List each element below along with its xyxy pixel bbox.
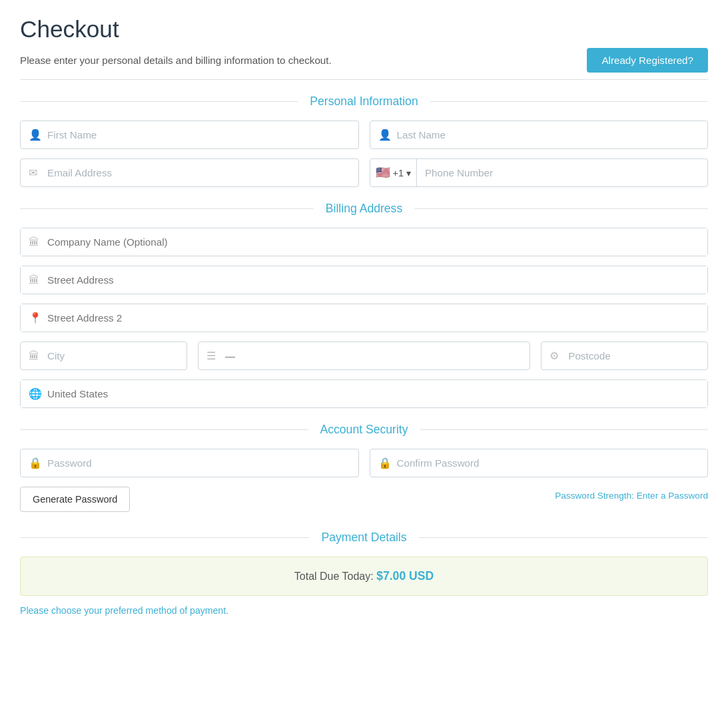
billing-address-heading: Billing Address bbox=[314, 202, 414, 216]
password-field-wrap: 🔒 bbox=[20, 449, 359, 477]
first-name-input[interactable] bbox=[21, 121, 358, 148]
billing-address-divider: Billing Address bbox=[20, 202, 708, 216]
password-input[interactable] bbox=[21, 449, 358, 477]
personal-info-heading: Personal Information bbox=[298, 95, 430, 109]
total-due-amount: $7.00 USD bbox=[376, 569, 434, 583]
last-name-field-wrap: 👤 bbox=[370, 120, 709, 149]
personal-info-divider: Personal Information bbox=[20, 95, 708, 109]
company-name-wrap: 🏛 bbox=[20, 228, 708, 256]
phone-prefix-selector[interactable]: 🇺🇸 +1 ▾ bbox=[370, 159, 417, 186]
street-address2-input[interactable] bbox=[21, 304, 707, 332]
password-strength-label: Password Strength: Enter a Password bbox=[555, 491, 708, 501]
email-input[interactable] bbox=[21, 159, 358, 186]
total-due-box: Total Due Today: $7.00 USD bbox=[20, 557, 708, 596]
confirm-password-field-wrap: 🔒 bbox=[370, 449, 709, 477]
generate-password-button[interactable]: Generate Password bbox=[20, 487, 130, 512]
city-input[interactable] bbox=[21, 342, 186, 369]
street-address2-wrap: 📍 bbox=[20, 304, 708, 332]
phone-field-wrap: 🇺🇸 +1 ▾ bbox=[370, 158, 709, 187]
first-name-field-wrap: 👤 bbox=[20, 120, 359, 149]
phone-number-input[interactable] bbox=[417, 159, 707, 186]
street-address-wrap: 🏛 bbox=[20, 266, 708, 294]
company-name-input[interactable] bbox=[21, 228, 707, 256]
last-name-input[interactable] bbox=[370, 121, 708, 148]
account-security-heading: Account Security bbox=[308, 423, 420, 437]
street-address-input[interactable] bbox=[21, 266, 707, 294]
phone-country-code: +1 bbox=[393, 168, 404, 178]
payment-details-divider: Payment Details bbox=[20, 531, 708, 545]
already-registered-button[interactable]: Already Registered? bbox=[587, 48, 708, 73]
state-field-wrap: ☰ bbox=[198, 342, 531, 370]
country-field-wrap: 🌐 bbox=[20, 379, 708, 408]
payment-note: Please choose your preferred method of p… bbox=[20, 605, 708, 616]
country-input[interactable] bbox=[21, 380, 707, 407]
total-due-label: Total Due Today: bbox=[294, 571, 374, 582]
us-flag-icon: 🇺🇸 bbox=[376, 166, 390, 180]
page-title: Checkout bbox=[20, 16, 708, 43]
payment-details-heading: Payment Details bbox=[309, 531, 418, 545]
phone-dropdown-icon: ▾ bbox=[406, 168, 411, 178]
account-security-divider: Account Security bbox=[20, 423, 708, 437]
postcode-input[interactable] bbox=[542, 342, 707, 369]
postcode-field-wrap: ⚙ bbox=[541, 342, 708, 370]
email-field-wrap: ✉ bbox=[20, 158, 359, 187]
page-subtitle: Please enter your personal details and b… bbox=[20, 55, 332, 66]
state-input[interactable] bbox=[198, 342, 530, 369]
confirm-password-input[interactable] bbox=[370, 449, 708, 477]
city-field-wrap: 🏛 bbox=[20, 342, 187, 370]
